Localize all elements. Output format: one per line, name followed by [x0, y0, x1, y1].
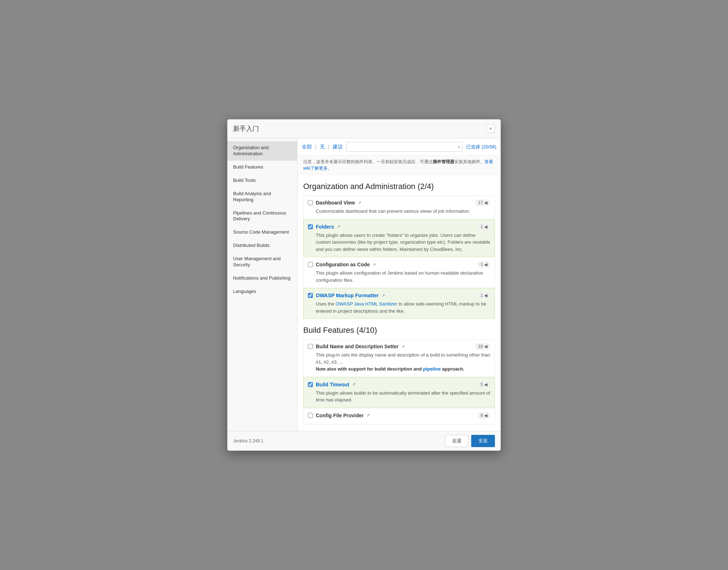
owasp-link[interactable]: OWASP Java HTML Sanitizer — [336, 301, 397, 307]
plugin-header: Dashboard View ↗17 ◀ — [308, 199, 490, 206]
notice-plugin-manager: 插件管理器 — [433, 159, 454, 164]
notice-bar: 注意，这里并未显示完整的插件列表。一旦初始安装完成后，可通过插件管理器安装其他插… — [297, 156, 501, 175]
plugin-external-link-icon[interactable]: ↗ — [401, 344, 405, 349]
sidebar: Organization and AdministrationBuild Fea… — [227, 138, 297, 431]
plugin-checkbox[interactable] — [308, 293, 313, 298]
filter-bar: 全部 ｜ 无 ｜ 建议 × 已选择 (20/58) — [297, 138, 501, 156]
plugin-description: This plugin allows configuration of Jenk… — [308, 270, 490, 284]
plugin-external-link-icon[interactable]: ↗ — [337, 224, 340, 229]
sidebar-item[interactable]: Build Analysis and Reporting — [227, 187, 297, 207]
modal-title-bar: 新手入门 × — [227, 119, 501, 138]
plugin-item: Config File Provider ↗8 ◀ — [303, 408, 495, 424]
plugin-count: 18 ◀ — [475, 343, 490, 350]
sidebar-item[interactable]: Build Features — [227, 161, 297, 174]
plugin-count: 1 ◀ — [478, 224, 490, 230]
plugin-checkbox[interactable] — [308, 262, 313, 267]
plugin-external-link-icon[interactable]: ↗ — [352, 382, 355, 387]
plugin-description: Customizable dashboard that can present … — [308, 208, 490, 215]
plugin-count: 5 ◀ — [478, 381, 490, 388]
plugin-count: 17 ◀ — [475, 199, 490, 206]
plugin-name: Configuration as Code — [316, 262, 370, 267]
plugin-item: Build Timeout ↗5 ◀This plugin allows bui… — [303, 377, 495, 408]
plugin-header: Build Timeout ↗5 ◀ — [308, 381, 490, 388]
filter-links: 全部 ｜ 无 ｜ 建议 — [302, 144, 343, 150]
close-button[interactable]: × — [486, 124, 495, 133]
sidebar-item[interactable]: Notifications and Publishing — [227, 272, 297, 285]
plugin-header: Folders ↗1 ◀ — [308, 224, 490, 230]
plugin-header: Build Name and Description Setter ↗18 ◀ — [308, 343, 490, 350]
modal-body: Organization and AdministrationBuild Fea… — [227, 138, 501, 431]
filter-sep-1: ｜ — [313, 144, 318, 150]
plugin-external-link-icon[interactable]: ↗ — [358, 201, 361, 205]
plugin-name: Folders — [316, 224, 334, 230]
plugin-count: 1 ◀ — [478, 292, 490, 299]
search-input[interactable] — [346, 142, 463, 152]
plugin-checkbox[interactable] — [308, 344, 313, 349]
filter-sep-2: ｜ — [326, 144, 331, 150]
sidebar-item[interactable]: Build Tools — [227, 174, 297, 187]
plugins-area: Organization and Administration (2/4)Das… — [297, 175, 501, 431]
main-content: 全部 ｜ 无 ｜ 建议 × 已选择 (20/58) 注意，这里并未显示完整的插件… — [297, 138, 501, 431]
search-clear-button[interactable]: × — [458, 144, 460, 150]
plugin-checkbox[interactable] — [308, 224, 313, 229]
plugin-name: Build Name and Description Setter — [316, 344, 399, 349]
sidebar-item[interactable]: User Management and Security — [227, 252, 297, 272]
category-heading: Organization and Administration (2/4) — [303, 182, 495, 191]
plugin-item: OWASP Markup Formatter ↗1 ◀Uses the OWAS… — [303, 288, 495, 318]
pipeline-link[interactable]: pipeline — [423, 366, 441, 372]
footer-version: Jenkins 2.249.1 — [233, 438, 263, 443]
filter-all[interactable]: 全部 — [302, 144, 312, 150]
plugin-checkbox[interactable] — [308, 200, 313, 205]
plugin-checkbox[interactable] — [308, 413, 313, 418]
plugin-name: Dashboard View — [316, 200, 355, 206]
sidebar-item[interactable]: Source Code Management — [227, 226, 297, 239]
modal-title: 新手入门 — [233, 124, 259, 133]
sidebar-item[interactable]: Languages — [227, 285, 297, 298]
plugin-description: This plug-in sets the display name and d… — [308, 351, 490, 373]
back-button[interactable]: 后退 — [445, 435, 468, 447]
modal-container: 新手入门 × Organization and AdministrationBu… — [227, 119, 501, 451]
plugin-item: Configuration as Code ↗1 ◀This plugin al… — [303, 257, 495, 288]
notice-text-before: 注意，这里并未显示完整的插件列表。一旦初始安装完成后，可通过 — [303, 159, 433, 164]
build-name-bold: Now also with support for build descript… — [316, 366, 464, 372]
plugin-header: OWASP Markup Formatter ↗1 ◀ — [308, 292, 490, 299]
plugin-description: This plugin allows users to create "fold… — [308, 232, 490, 253]
category-heading: Build Features (4/10) — [303, 326, 495, 335]
footer-buttons: 后退 安装 — [445, 435, 495, 447]
sidebar-item[interactable]: Pipelines and Continuous Delivery — [227, 207, 297, 226]
plugin-name: OWASP Markup Formatter — [316, 293, 379, 298]
plugin-item: Build Name and Description Setter ↗18 ◀T… — [303, 339, 495, 377]
plugin-external-link-icon[interactable]: ↗ — [382, 293, 385, 298]
plugin-description: Uses the OWASP Java HTML Sanitizer to al… — [308, 300, 490, 314]
plugin-item: Dashboard View ↗17 ◀Customizable dashboa… — [303, 196, 495, 219]
plugin-external-link-icon[interactable]: ↗ — [373, 262, 376, 267]
plugin-external-link-icon[interactable]: ↗ — [367, 413, 370, 418]
plugin-header: Config File Provider ↗8 ◀ — [308, 412, 490, 419]
plugin-count: 8 ◀ — [478, 412, 490, 419]
filter-suggest[interactable]: 建议 — [333, 144, 343, 150]
filter-none[interactable]: 无 — [320, 144, 325, 150]
plugin-header: Configuration as Code ↗1 ◀ — [308, 261, 490, 268]
modal-footer: Jenkins 2.249.1 后退 安装 — [227, 431, 501, 451]
notice-text-middle: 安装其他插件。 — [454, 159, 484, 164]
selected-count: 已选择 (20/58) — [466, 144, 496, 150]
sidebar-item[interactable]: Distributed Builds — [227, 239, 297, 252]
plugin-item: Folders ↗1 ◀This plugin allows users to … — [303, 220, 495, 257]
plugin-count: 1 ◀ — [478, 261, 490, 268]
search-wrap: × — [346, 142, 463, 152]
install-button[interactable]: 安装 — [471, 435, 495, 447]
plugin-name: Build Timeout — [316, 382, 349, 387]
plugin-name: Config File Provider — [316, 413, 364, 418]
plugin-description: This plugin allows builds to be automati… — [308, 390, 490, 404]
sidebar-item[interactable]: Organization and Administration — [227, 141, 297, 161]
plugin-checkbox[interactable] — [308, 382, 313, 387]
